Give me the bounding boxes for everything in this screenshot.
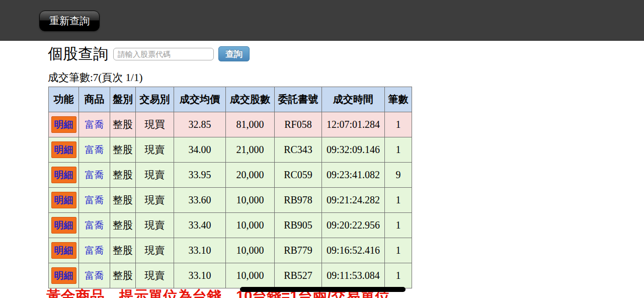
- top-bar: 重新查詢: [0, 0, 644, 41]
- session-cell: 整股: [110, 263, 136, 288]
- detail-button[interactable]: 明細: [51, 141, 76, 158]
- time-cell: 09:16:52.416: [322, 238, 385, 263]
- trade-type-cell: 現賣: [136, 163, 174, 188]
- avg-price-cell: 32.85: [174, 112, 226, 137]
- product-link[interactable]: 富喬: [85, 195, 104, 205]
- count-cell: 9: [385, 163, 412, 188]
- trade-type-cell: 現買: [136, 112, 174, 137]
- time-cell: 09:23:41.082: [322, 163, 385, 188]
- trade-type-cell: 現賣: [136, 238, 174, 263]
- header-session: 盤別: [110, 87, 136, 112]
- shares-cell: 10,000: [226, 238, 275, 263]
- product-link[interactable]: 富喬: [85, 245, 104, 256]
- time-cell: 09:20:22.956: [322, 213, 385, 238]
- header-function: 功能: [49, 87, 79, 112]
- table-row: 明細 富喬 整股 現買 32.85 81,000 RF058 12:07:01.…: [49, 112, 412, 137]
- product-link[interactable]: 富喬: [85, 144, 104, 155]
- result-count-text: 成交筆數:7(頁次 1/1): [48, 70, 142, 85]
- session-cell: 整股: [110, 238, 136, 263]
- avg-price-cell: 33.95: [174, 163, 226, 188]
- count-cell: 1: [385, 263, 412, 288]
- session-cell: 整股: [110, 137, 136, 163]
- count-cell: 1: [385, 188, 412, 213]
- detail-button[interactable]: 明細: [51, 167, 76, 183]
- trade-type-cell: 現賣: [136, 263, 174, 288]
- order-no-cell: RB905: [275, 213, 322, 238]
- trade-type-cell: 現賣: [136, 137, 174, 163]
- order-no-cell: RB978: [275, 188, 322, 213]
- count-cell: 1: [385, 137, 412, 163]
- table-row: 明細 富喬 整股 現賣 33.10 10,000 RB527 09:11:53.…: [49, 263, 412, 288]
- table-header-row: 功能 商品 盤別 交易別 成交均價 成交股數 委託書號 成交時間 筆數: [49, 87, 412, 112]
- avg-price-cell: 33.10: [174, 238, 226, 263]
- trade-type-cell: 現賣: [136, 213, 174, 238]
- time-cell: 09:21:24.282: [322, 188, 385, 213]
- shares-cell: 81,000: [226, 112, 275, 137]
- trades-table: 功能 商品 盤別 交易別 成交均價 成交股數 委託書號 成交時間 筆數 明細 富…: [48, 87, 412, 288]
- requery-button[interactable]: 重新查詢: [39, 11, 100, 31]
- table-row: 明細 富喬 整股 現賣 33.95 20,000 RC059 09:23:41.…: [49, 163, 412, 188]
- avg-price-cell: 33.10: [174, 263, 226, 288]
- header-shares: 成交股數: [226, 87, 275, 112]
- trade-type-cell: 現賣: [136, 188, 174, 213]
- detail-button[interactable]: 明細: [51, 116, 76, 133]
- search-button[interactable]: 查詢: [218, 46, 250, 61]
- order-no-cell: RC343: [275, 137, 322, 163]
- avg-price-cell: 34.00: [174, 137, 226, 163]
- avg-price-cell: 33.60: [174, 188, 226, 213]
- time-cell: 09:11:53.084: [322, 263, 385, 288]
- session-cell: 整股: [110, 112, 136, 137]
- product-link[interactable]: 富喬: [85, 119, 104, 130]
- shares-cell: 10,000: [226, 213, 275, 238]
- shares-cell: 10,000: [226, 188, 275, 213]
- detail-button[interactable]: 明細: [51, 192, 76, 208]
- header-order-no: 委託書號: [275, 87, 322, 112]
- order-no-cell: RC059: [275, 163, 322, 188]
- header-time: 成交時間: [322, 87, 385, 112]
- header-count: 筆數: [385, 87, 412, 112]
- shares-cell: 10,000: [226, 263, 275, 288]
- query-section: 個股查詢 查詢: [48, 43, 250, 65]
- horizontal-scrollbar-thumb[interactable]: [240, 287, 406, 292]
- session-cell: 整股: [110, 188, 136, 213]
- header-product: 商品: [79, 87, 110, 112]
- shares-cell: 21,000: [226, 137, 275, 163]
- header-avg-price: 成交均價: [174, 87, 226, 112]
- product-link[interactable]: 富喬: [85, 270, 104, 281]
- time-cell: 09:32:09.146: [322, 137, 385, 163]
- order-no-cell: RB527: [275, 263, 322, 288]
- page-title: 個股查詢: [48, 44, 108, 64]
- product-link[interactable]: 富喬: [85, 170, 104, 180]
- detail-button[interactable]: 明細: [51, 217, 76, 234]
- detail-button[interactable]: 明細: [51, 242, 76, 259]
- session-cell: 整股: [110, 213, 136, 238]
- header-trade-type: 交易別: [136, 87, 174, 112]
- avg-price-cell: 33.40: [174, 213, 226, 238]
- order-no-cell: RF058: [275, 112, 322, 137]
- count-cell: 1: [385, 112, 412, 137]
- table-row: 明細 富喬 整股 現賣 33.40 10,000 RB905 09:20:22.…: [49, 213, 412, 238]
- table-row: 明細 富喬 整股 現賣 33.10 10,000 RB779 09:16:52.…: [49, 238, 412, 263]
- session-cell: 整股: [110, 163, 136, 188]
- count-cell: 1: [385, 238, 412, 263]
- count-cell: 1: [385, 213, 412, 238]
- shares-cell: 20,000: [226, 163, 275, 188]
- order-no-cell: RB779: [275, 238, 322, 263]
- detail-button[interactable]: 明細: [51, 267, 76, 284]
- table-row: 明細 富喬 整股 現賣 34.00 21,000 RC343 09:32:09.…: [49, 137, 412, 163]
- product-link[interactable]: 富喬: [85, 220, 104, 231]
- stock-code-input[interactable]: [113, 48, 214, 60]
- table-row: 明細 富喬 整股 現賣 33.60 10,000 RB978 09:21:24.…: [49, 188, 412, 213]
- time-cell: 12:07:01.284: [322, 112, 385, 137]
